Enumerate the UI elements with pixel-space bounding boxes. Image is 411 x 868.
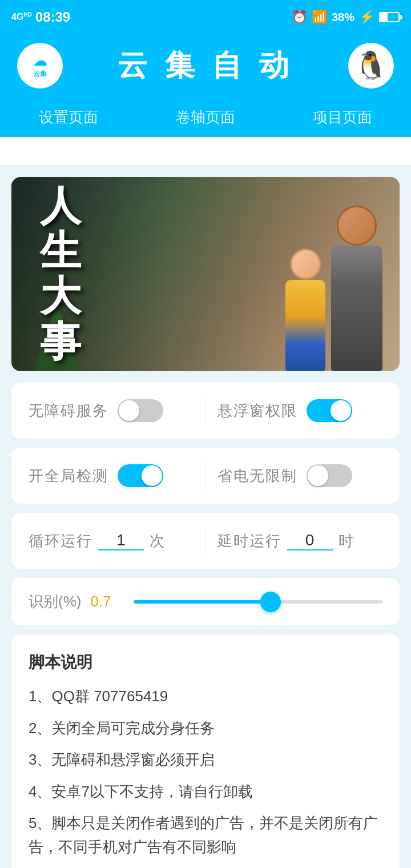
accessibility-label: 无障碍服务 xyxy=(29,401,108,421)
desc-item-5: 5、脚本只是关闭作者遇到的广告，并不是关闭所有广告，不同手机对广告有不同影响 xyxy=(29,811,382,859)
signal-icon: 4GHD xyxy=(11,11,32,22)
floating-label: 悬浮窗权限 xyxy=(217,401,297,421)
input-card: 循环运行 次 延时运行 时 xyxy=(11,513,400,569)
tab-scroll[interactable]: 卷轴页面 xyxy=(164,102,247,133)
delay-input[interactable] xyxy=(287,531,333,550)
marquee-text: 免费，且仅用于技术交流，本人不承担任何法律责任。请注意，且仅用于技术交流，本人不… xyxy=(0,143,411,160)
slider-card: 识别(%) 0.7 xyxy=(11,578,400,625)
status-right: ⏰ 📶 38% ⚡ xyxy=(292,10,400,25)
desc-item-2: 2、关闭全局可完成分身任务 xyxy=(29,717,382,741)
accessibility-switch[interactable] xyxy=(118,399,163,422)
desc-title: 脚本说明 xyxy=(29,652,382,673)
loop-input[interactable] xyxy=(98,531,144,550)
avatar-icon: 🐧 xyxy=(354,50,388,82)
app-title: 云 集 自 动 xyxy=(118,46,293,86)
global-detect-label: 开全局检测 xyxy=(29,466,108,486)
description-card: 脚本说明 1、QQ群 707765419 2、关闭全局可完成分身任务 3、无障碍… xyxy=(11,634,400,868)
marquee-banner: 免费，且仅用于技术交流，本人不承担任何法律责任。请注意，且仅用于技术交流，本人不… xyxy=(0,137,411,166)
status-left: 4GHD 08:39 xyxy=(11,9,70,25)
status-bar: 4GHD 08:39 ⏰ 📶 38% ⚡ xyxy=(0,0,411,34)
nav-tabs: 设置页面 卷轴页面 项目页面 xyxy=(0,97,411,137)
movie-banner: 人 生 大 事 xyxy=(11,177,400,371)
toggle-power-save: 省电无限制 xyxy=(217,464,383,487)
wifi-icon: 📶 xyxy=(312,10,327,25)
tab-settings[interactable]: 设置页面 xyxy=(27,102,110,133)
desc-item-4: 4、安卓7以下不支持，请自行卸载 xyxy=(29,780,382,804)
floating-switch[interactable] xyxy=(307,399,352,422)
slider-track[interactable] xyxy=(134,600,382,604)
delay-run-group: 延时运行 时 xyxy=(217,531,383,551)
global-detect-switch[interactable] xyxy=(118,464,163,487)
loop-unit: 次 xyxy=(150,531,164,551)
alarm-icon: ⏰ xyxy=(292,10,307,25)
toggle-card-row1: 无障碍服务 悬浮窗权限 xyxy=(11,383,400,439)
user-avatar[interactable]: 🐧 xyxy=(348,43,394,89)
slider-value: 0.7 xyxy=(90,593,124,610)
slider-fill xyxy=(134,600,271,604)
power-save-switch[interactable] xyxy=(307,464,352,487)
delay-label: 延时运行 xyxy=(217,531,281,551)
toggle-floating: 悬浮窗权限 xyxy=(217,399,383,422)
battery-percent: 38% xyxy=(332,11,354,24)
toggle-card-row2: 开全局检测 省电无限制 xyxy=(11,448,400,504)
main-content: 人 生 大 事 无障碍服务 xyxy=(0,166,411,868)
desc-item-1: 1、QQ群 707765419 xyxy=(29,685,382,709)
toggle-accessibility: 无障碍服务 xyxy=(29,399,194,422)
tab-project[interactable]: 项目页面 xyxy=(301,102,384,133)
app-header: ☁ 云集 云 集 自 动 🐧 xyxy=(0,34,411,97)
time-display: 08:39 xyxy=(35,9,70,25)
delay-unit: 时 xyxy=(339,531,353,551)
desc-item-3: 3、无障碍和悬浮窗必须开启 xyxy=(29,748,382,772)
bolt-icon: ⚡ xyxy=(359,10,374,25)
power-save-label: 省电无限制 xyxy=(217,466,297,486)
loop-label: 循环运行 xyxy=(29,531,92,551)
app-logo: ☁ 云集 xyxy=(17,43,63,89)
slider-thumb[interactable] xyxy=(260,592,281,612)
slider-row: 识别(%) 0.7 xyxy=(29,592,382,612)
loop-run-group: 循环运行 次 xyxy=(29,531,194,551)
slider-label: 识别(%) xyxy=(29,592,81,612)
battery-indicator xyxy=(379,12,400,22)
toggle-global-detect: 开全局检测 xyxy=(29,464,194,487)
